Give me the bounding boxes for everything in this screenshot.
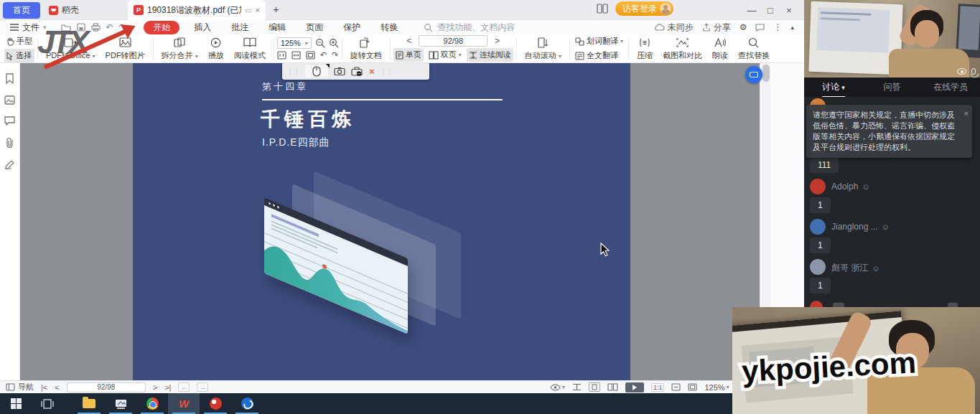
quick-access-caret-icon[interactable]: ▾ [132, 24, 136, 31]
screenshot-compare-button[interactable]: 截图和对比 [658, 34, 707, 62]
start-button[interactable] [0, 393, 32, 414]
more-kebab-icon[interactable]: ⋮ [773, 22, 782, 32]
scrollbar-thumb[interactable] [762, 65, 770, 82]
last-page-button[interactable]: >| [164, 383, 171, 392]
prev-page-button[interactable]: < [55, 383, 59, 392]
single-page-button[interactable]: 单页 [393, 48, 424, 62]
search-box[interactable]: 查找功能、文档内容 [424, 22, 515, 34]
status-zoom-select[interactable]: 125% ▾ [704, 383, 729, 392]
viewers-icon[interactable] [957, 68, 966, 75]
status-play-button[interactable] [625, 382, 644, 392]
rotate-left-icon[interactable]: ↶ [320, 50, 327, 60]
status-actual-size-button[interactable]: 1:1 [651, 383, 665, 392]
status-fit-width-icon[interactable] [671, 383, 681, 391]
camera-icon[interactable] [334, 67, 345, 75]
history-forward-button[interactable]: → [197, 382, 208, 392]
tab-docer[interactable]: 稻壳 [42, 0, 86, 20]
taskbar-file-explorer[interactable] [73, 393, 105, 414]
chat-avatar[interactable] [810, 259, 826, 275]
history-back-button[interactable]: ← [178, 382, 190, 392]
menu-tab-start[interactable]: 开始 [144, 21, 179, 34]
read-mode-button[interactable]: 阅读模式 [229, 34, 271, 62]
menu-tab-protect[interactable]: 保护 [333, 20, 370, 34]
open-icon[interactable] [61, 24, 71, 32]
hand-tool-button[interactable]: 手型 [4, 34, 34, 48]
chat-avatar[interactable] [810, 179, 826, 194]
task-view-button[interactable] [32, 393, 63, 414]
comment-icon[interactable] [755, 24, 765, 32]
menu-tab-insert[interactable]: 插入 [184, 20, 221, 34]
split-screen-icon[interactable] [597, 4, 608, 14]
zoom-level-select[interactable]: 125% ▾ [277, 37, 312, 49]
presenter-video-bottom[interactable]: ykpojie.com [732, 307, 980, 414]
menu-tab-annotate[interactable]: 批注 [221, 20, 258, 34]
rotate-doc-button[interactable]: 旋转文档 [345, 34, 387, 62]
fit-width-icon[interactable] [291, 51, 301, 60]
drag-handle-icon[interactable]: ⋮⋮ [381, 67, 393, 75]
redo-icon[interactable]: ↷ [119, 22, 126, 32]
maximize-button[interactable]: □ [761, 1, 780, 19]
eye-protect-button[interactable]: ▾ [550, 384, 565, 391]
taskbar-chrome[interactable] [136, 393, 168, 414]
tab-document[interactable]: P 190318谐波教材.pdf (已加密) ▭ × [128, 0, 266, 20]
status-fit-page-icon[interactable] [688, 383, 697, 391]
bookmark-icon[interactable] [5, 73, 14, 84]
tab-home[interactable]: 首页 [3, 2, 40, 19]
page-next-icon[interactable]: > [495, 36, 500, 46]
status-page-indicator[interactable]: 92/98 [67, 382, 146, 392]
select-tool-button[interactable]: 选择 [4, 49, 34, 62]
taskbar-blue-app[interactable] [231, 393, 263, 414]
zoom-out-icon[interactable] [315, 38, 325, 48]
annotation-close-icon[interactable]: × [369, 66, 375, 77]
mic-icon[interactable] [971, 68, 976, 75]
zoom-in-icon[interactable] [329, 38, 339, 48]
page-number-input[interactable]: 92/98 [419, 35, 487, 47]
signature-icon[interactable] [4, 159, 16, 169]
next-page-button[interactable]: > [153, 383, 157, 392]
notice-close-icon[interactable]: × [964, 108, 969, 119]
rotate-right-icon[interactable]: ↷ [332, 50, 338, 60]
file-menu[interactable]: 文件 ▾ [0, 20, 57, 34]
split-merge-button[interactable]: 拆分合并 ▾ [157, 34, 203, 62]
tab-qa[interactable]: 问答 [863, 81, 922, 93]
taskbar-red-app[interactable] [200, 393, 231, 414]
word-translate-button[interactable]: 划词翻译 ▾ [573, 34, 625, 48]
full-translate-button[interactable]: 全文翻译 [573, 49, 625, 62]
tab-online-students[interactable]: 在线学员 [921, 81, 980, 93]
actual-size-icon[interactable] [277, 51, 286, 60]
sync-status[interactable]: 未同步 [655, 22, 694, 34]
undo-icon[interactable]: ↶ [106, 22, 113, 32]
tab-close-icon[interactable]: × [256, 6, 260, 14]
share-button[interactable]: 分享 [702, 22, 731, 34]
status-double-page-icon[interactable] [607, 383, 618, 391]
new-tab-button[interactable]: + [273, 3, 279, 15]
auto-scroll-button[interactable]: 自动滚动 ▾ [520, 34, 566, 62]
menu-tab-edit[interactable]: 编辑 [258, 20, 296, 34]
status-single-page-icon[interactable] [589, 382, 600, 392]
tab-discussion[interactable]: 讨论 ▾ [804, 81, 863, 93]
page-prev-icon[interactable]: < [406, 36, 411, 46]
navigation-toggle[interactable]: 导航 [6, 382, 34, 392]
first-page-button[interactable]: |< [41, 383, 47, 392]
collapse-ribbon-icon[interactable]: ▴ [790, 24, 794, 31]
compress-button[interactable]: 压缩 [632, 34, 658, 62]
guest-login-button[interactable]: 访客登录 [615, 1, 673, 16]
wps-assistant-button[interactable] [745, 66, 762, 83]
attachment-icon[interactable] [5, 137, 14, 148]
menu-tab-page[interactable]: 页面 [296, 20, 333, 34]
fit-page-icon[interactable] [306, 51, 315, 60]
menu-tab-convert[interactable]: 转换 [370, 20, 408, 34]
image-panel-icon[interactable] [4, 95, 15, 105]
play-button[interactable]: 播放 [203, 34, 229, 62]
find-replace-button[interactable]: 查找替换 [733, 34, 775, 62]
chat-avatar[interactable] [810, 219, 826, 235]
minimize-button[interactable]: — [742, 1, 761, 19]
mouse-mode-button[interactable] [305, 65, 328, 77]
pdf-to-office-button[interactable]: PDF转Office ▾ [41, 34, 101, 62]
tab-comment-icon[interactable]: ▭ [245, 6, 251, 14]
double-page-button[interactable]: 双页 ▾ [426, 48, 464, 62]
settings-gear-icon[interactable]: ⚙ [739, 22, 747, 32]
status-continuous-icon[interactable] [572, 383, 582, 391]
drag-handle-icon[interactable]: ⋮⋮ [286, 67, 299, 75]
taskbar-snip-tool[interactable] [105, 393, 136, 414]
